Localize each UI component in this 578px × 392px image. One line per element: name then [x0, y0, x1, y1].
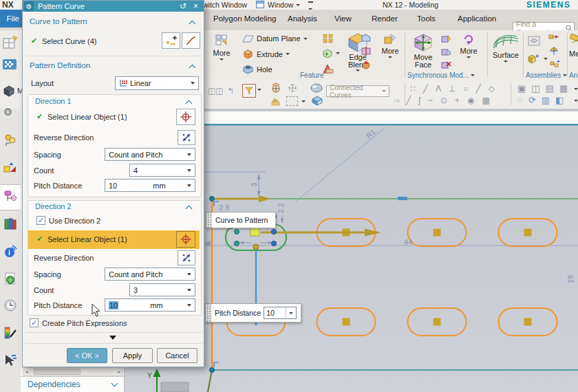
feature-group-label[interactable]: Feature: [300, 72, 323, 79]
dimension-2-8[interactable]: 2.8: [219, 204, 229, 212]
shell-button[interactable]: +: [322, 48, 340, 58]
d1-select-linear-object[interactable]: Select Linear Object (1): [47, 113, 127, 121]
toolbar-overflow-caret-1[interactable]: [574, 88, 578, 90]
dependencies-section[interactable]: Dependencies: [21, 376, 124, 392]
d2-spacing-dropdown[interactable]: Count and Pitch: [105, 268, 195, 281]
onscreen-pitch-distance-box[interactable]: Pitch Distance 10: [205, 303, 301, 323]
dimension-19[interactable]: 19: [566, 275, 575, 283]
curve-rule-dropdown[interactable]: Connected Curves: [326, 85, 389, 97]
toolbar-icon[interactable]: ▤: [546, 83, 554, 94]
dialog-expand-toggle[interactable]: [109, 336, 116, 340]
analysis-group-label[interactable]: Analy...: [569, 72, 578, 79]
add-component-icon[interactable]: [527, 34, 542, 48]
toolbar-overflow-caret-2[interactable]: [574, 100, 578, 102]
toolbar-icon[interactable]: +: [455, 96, 460, 105]
select-dropdown-caret[interactable]: [301, 100, 306, 102]
ribbon-more-left-button[interactable]: More: [208, 33, 235, 61]
pull-face-icon[interactable]: [440, 34, 451, 43]
view-toolbar-row1[interactable]: ▣◫▤▦: [517, 83, 568, 94]
menu-icon[interactable]: [2, 83, 16, 97]
assembly-navigator-icon[interactable]: [3, 190, 17, 204]
d1-spacing-dropdown[interactable]: Count and Pitch: [105, 148, 195, 161]
part-navigator-hscrollbar[interactable]: ◂ ▸: [23, 367, 122, 376]
part-navigator-icon[interactable]: [3, 133, 17, 147]
reuse-library-icon[interactable]: [3, 217, 17, 231]
d1-reverse-direction-button[interactable]: [178, 130, 195, 145]
undo-filter-icon[interactable]: ↰: [227, 87, 234, 95]
dimension-44[interactable]: 44: [404, 238, 412, 246]
color-palette-wand-icon[interactable]: [3, 326, 17, 340]
d1-count-field[interactable]: 4: [129, 164, 195, 177]
snap-point-toolbar-row1[interactable]: ∷╱Λ⊥○╱◇: [410, 84, 495, 94]
tab-analysis[interactable]: Analysis: [288, 14, 317, 23]
dimension-2-2[interactable]: 2.2: [277, 203, 285, 213]
tab-view[interactable]: View: [334, 14, 352, 23]
history-clock-icon[interactable]: [3, 298, 17, 312]
d2-count-field[interactable]: 3: [129, 283, 195, 296]
orient-view-icon[interactable]: [270, 82, 282, 94]
chevron-down-icon[interactable]: [111, 380, 118, 387]
assembly-arrangement-icon[interactable]: [548, 33, 560, 44]
d1-vector-dialog-button[interactable]: [176, 109, 195, 125]
collapse-chevron-icon[interactable]: [189, 65, 196, 72]
dialog-close-icon[interactable]: ×: [193, 1, 198, 11]
sketch-icon[interactable]: [2, 34, 19, 51]
follow-fillet-icon[interactable]: ⇨: [394, 96, 400, 105]
pitch-box-input[interactable]: 10: [264, 309, 286, 317]
tab-polygon-modeling[interactable]: Polygon Modeling: [213, 14, 276, 23]
assembly-context-icon[interactable]: ◫◫: [208, 87, 224, 95]
delete-face-icon[interactable]: [440, 60, 451, 69]
toolbar-icon[interactable]: ╱: [406, 96, 411, 105]
select-curve-label[interactable]: Select Curve (4): [42, 37, 96, 45]
toolbar-icon[interactable]: ▦: [559, 83, 568, 94]
direction1-header[interactable]: Direction 1: [35, 97, 72, 105]
rectangle-select-icon[interactable]: [286, 96, 298, 106]
tab-application[interactable]: Application: [458, 14, 496, 23]
history-palette-icon[interactable]: [3, 272, 17, 286]
view-toolbar-row2[interactable]: ◌⟳▥◧: [517, 95, 564, 105]
roles-gear-icon[interactable]: ⚙: [3, 106, 17, 120]
point-dialog-button[interactable]: [162, 32, 180, 49]
synchronous-modeling-group-label[interactable]: Synchronous Mod...: [407, 72, 475, 79]
toolbar-icon[interactable]: ◧: [555, 95, 564, 105]
tooltip-grip[interactable]: [206, 213, 212, 228]
direction2-header[interactable]: Direction 2: [35, 202, 72, 210]
toolbar-icon[interactable]: ◫: [531, 83, 539, 94]
extrude-button[interactable]: Extrude: [242, 49, 290, 59]
tab-render[interactable]: Render: [372, 14, 398, 23]
toolbar-icon[interactable]: ⊙: [440, 96, 447, 105]
trim-body-icon[interactable]: [361, 46, 372, 56]
toolbar-icon[interactable]: ○: [463, 84, 468, 94]
pattern-curve-dialog[interactable]: ⚙ Pattern Curve ↺ × Curve to Pattern ✔ S…: [22, 0, 204, 367]
hole-button[interactable]: Hole: [242, 64, 272, 74]
toolbar-icon[interactable]: ◇: [489, 84, 495, 94]
dialog-titlebar[interactable]: ⚙ Pattern Curve ↺ ×: [23, 1, 204, 12]
ok-button[interactable]: < OK >: [67, 348, 107, 363]
use-direction2-checkbox[interactable]: ✓: [36, 216, 45, 225]
tab-tools[interactable]: Tools: [417, 14, 436, 23]
toolbar-icon[interactable]: ╱: [423, 84, 428, 94]
toolbar-icon[interactable]: ʃ: [418, 96, 420, 105]
web-browser-info-icon[interactable]: i: [3, 245, 17, 259]
d2-reverse-direction-button[interactable]: [178, 250, 195, 265]
toolbar-icon[interactable]: ⊥: [449, 84, 456, 94]
apply-button[interactable]: Apply: [112, 348, 153, 363]
toolbar-icon[interactable]: ╱: [476, 84, 481, 94]
pitch-box-caret[interactable]: [286, 307, 296, 318]
pitch-box-grip[interactable]: [206, 304, 211, 322]
measure-button[interactable]: Mea...: [569, 50, 578, 58]
collapse-chevron-icon[interactable]: [189, 21, 196, 28]
filter-dropdown-caret[interactable]: [257, 89, 261, 91]
toolbar-icon[interactable]: ⟳: [528, 95, 536, 105]
measure-icon[interactable]: [570, 34, 578, 45]
d2-select-linear-object[interactable]: Select Linear Object (1): [47, 235, 127, 243]
create-pitch-expressions-checkbox[interactable]: ✓: [30, 318, 39, 327]
offset-region-icon[interactable]: [440, 47, 451, 56]
toolbar-icon[interactable]: ~: [428, 96, 433, 105]
work-plane-icon[interactable]: [311, 95, 323, 106]
feature-more-button[interactable]: More: [377, 33, 403, 58]
pattern-component-icon[interactable]: +: [549, 59, 560, 69]
rib-icon[interactable]: [322, 63, 334, 74]
switch-window-menu[interactable]: Switch Window: [198, 1, 247, 9]
toolbar-icon[interactable]: ◉: [467, 96, 474, 105]
